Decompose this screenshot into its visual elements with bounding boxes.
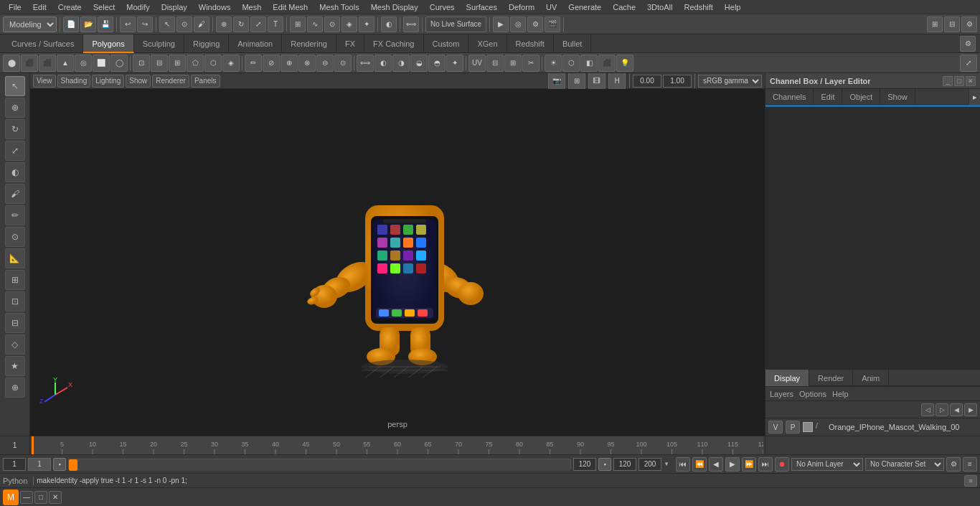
sculpt-brush[interactable]: 🖌 — [5, 184, 25, 204]
poly-ico[interactable]: ⬠ — [187, 55, 204, 72]
tab-custom[interactable]: Custom — [424, 34, 469, 53]
record-btn[interactable]: ⏺ — [775, 457, 789, 472]
fill-ico[interactable]: ⊗ — [298, 55, 316, 72]
channel-box-close[interactable]: ✕ — [966, 76, 976, 86]
ipr-btn[interactable]: ◎ — [510, 17, 526, 32]
dr-tab-render[interactable]: Render — [809, 370, 853, 387]
paint-tool[interactable]: ✏ — [5, 205, 25, 225]
uv-ico[interactable]: UV — [468, 55, 486, 72]
soft-select-btn[interactable]: ◐ — [381, 17, 397, 32]
pen-ico[interactable]: ✏ — [245, 55, 262, 72]
layer-color-swatch[interactable] — [803, 422, 813, 432]
menu-mesh[interactable]: Mesh — [236, 0, 267, 14]
sym-btn[interactable]: ⟺ — [403, 17, 419, 32]
open-scene-btn[interactable]: 📂 — [80, 17, 96, 32]
extra-tool2[interactable]: ◇ — [5, 334, 25, 355]
render-btn[interactable]: ▶ — [493, 17, 509, 32]
rotate-btn[interactable]: ↻ — [233, 17, 249, 32]
viewport-shading-menu[interactable]: Shading — [57, 75, 91, 88]
workspace-selector[interactable]: Modeling — [3, 17, 57, 32]
exposure-field[interactable] — [663, 75, 692, 88]
select-tool-btn[interactable]: ↖ — [159, 17, 175, 32]
subdiv-ico[interactable]: ⊡ — [133, 55, 150, 72]
menu-edit-mesh[interactable]: Edit Mesh — [267, 0, 314, 14]
quick-render-btn[interactable]: 🎬 — [545, 17, 560, 32]
channel-box-arrow[interactable]: ▸ — [969, 89, 980, 105]
extra-tool4[interactable]: ⊕ — [5, 378, 25, 398]
tab-animation[interactable]: Animation — [229, 34, 282, 53]
snap-point-btn[interactable]: ⊙ — [324, 17, 340, 32]
move-tool[interactable]: ⊕ — [5, 98, 25, 118]
measure-tool[interactable]: 📐 — [5, 248, 25, 268]
layout-uv-ico[interactable]: ⊞ — [504, 55, 522, 72]
conform-ico[interactable]: ◓ — [428, 55, 446, 72]
dr-tab-display[interactable]: Display — [765, 370, 809, 387]
range-slider[interactable] — [68, 459, 571, 470]
scale-tool[interactable]: ⤢ — [5, 141, 25, 161]
go-end-btn[interactable]: ⏭ — [758, 457, 773, 472]
select-tool[interactable]: ↖ — [5, 76, 25, 96]
layer-lock-icon[interactable]: / — [816, 422, 826, 432]
tab-show[interactable]: Show — [880, 89, 915, 105]
tab-rendering[interactable]: Rendering — [282, 34, 336, 53]
settings-icon[interactable]: ⚙ — [960, 36, 976, 52]
camera-icon[interactable]: 📷 — [548, 73, 565, 90]
tab-fx-caching[interactable]: FX Caching — [364, 34, 423, 53]
tab-channels[interactable]: Channels — [765, 89, 814, 105]
wireframe-ico[interactable]: ⬡ — [562, 55, 580, 72]
char-set-selector[interactable]: No Character Set — [865, 458, 944, 471]
step-fwd-btn[interactable]: ⏩ — [742, 457, 756, 472]
layers-menu-options[interactable]: Options — [799, 390, 826, 398]
snap-live-btn[interactable]: ✦ — [359, 17, 374, 32]
torus-ico[interactable]: ◎ — [75, 55, 92, 72]
render-settings-btn[interactable]: ⚙ — [527, 17, 543, 32]
move-btn[interactable]: ⊕ — [216, 17, 232, 32]
undo-btn[interactable]: ↩ — [120, 17, 136, 32]
layer-hide-all[interactable]: ▶ — [964, 403, 977, 416]
menu-cache[interactable]: Cache — [607, 0, 641, 14]
layer-remove-selected[interactable]: ▷ — [936, 403, 948, 416]
menu-select[interactable]: Select — [88, 0, 121, 14]
viewport-renderer-menu[interactable]: Renderer — [152, 75, 189, 88]
tab-rigging[interactable]: Rigging — [184, 34, 229, 53]
gamma-field[interactable] — [633, 75, 661, 88]
3d-viewport[interactable]: X Y Z persp — [30, 89, 765, 436]
redo-btn[interactable]: ↪ — [137, 17, 153, 32]
start-frame-field[interactable] — [3, 458, 26, 471]
menu-3dtoall[interactable]: 3DtoAll — [641, 0, 678, 14]
layer-playback-btn[interactable]: P — [786, 421, 800, 434]
viewport-panels-menu[interactable]: Panels — [191, 75, 220, 88]
shade-ico[interactable]: ◧ — [580, 55, 598, 72]
menu-modify[interactable]: Modify — [121, 0, 155, 14]
menu-display[interactable]: Display — [156, 0, 193, 14]
win-close[interactable]: ✕ — [49, 491, 62, 504]
lighting-ico[interactable]: 💡 — [616, 55, 633, 72]
anim-prefs-btn[interactable]: ≡ — [963, 457, 977, 472]
menu-surfaces[interactable]: Surfaces — [461, 0, 503, 14]
timeline-ruler[interactable] — [32, 436, 763, 454]
retopo-ico[interactable]: ◒ — [410, 55, 428, 72]
hud-icon[interactable]: H — [608, 73, 626, 90]
split-ico[interactable]: ⊘ — [263, 55, 280, 72]
menu-windows[interactable]: Windows — [193, 0, 237, 14]
tab-redshift[interactable]: Redshift — [507, 34, 554, 53]
tab-bullet[interactable]: Bullet — [554, 34, 592, 53]
menu-mesh-display[interactable]: Mesh Display — [365, 0, 424, 14]
scale-btn[interactable]: ⤢ — [250, 17, 266, 32]
range-end2-field[interactable] — [639, 458, 661, 471]
range-end-arrow[interactable]: ▼ — [664, 459, 674, 469]
reduce-ico[interactable]: ◑ — [392, 55, 410, 72]
new-scene-btn[interactable]: 📄 — [63, 17, 79, 32]
frame-field[interactable] — [28, 458, 51, 471]
menu-file[interactable]: File — [3, 0, 27, 14]
menu-deform[interactable]: Deform — [503, 0, 540, 14]
cone-ico[interactable]: ▲ — [57, 55, 74, 72]
expand-ico[interactable]: ⤢ — [960, 55, 977, 72]
viewport-lighting-menu[interactable]: Lighting — [92, 75, 124, 88]
grid-tool[interactable]: ⊡ — [5, 291, 25, 311]
tab-edit[interactable]: Edit — [814, 89, 842, 105]
menu-help[interactable]: Help — [719, 0, 747, 14]
save-scene-btn[interactable]: 💾 — [98, 17, 113, 32]
sculpt-ico[interactable]: ✦ — [446, 55, 463, 72]
snap-grid-btn[interactable]: ⊞ — [290, 17, 306, 32]
